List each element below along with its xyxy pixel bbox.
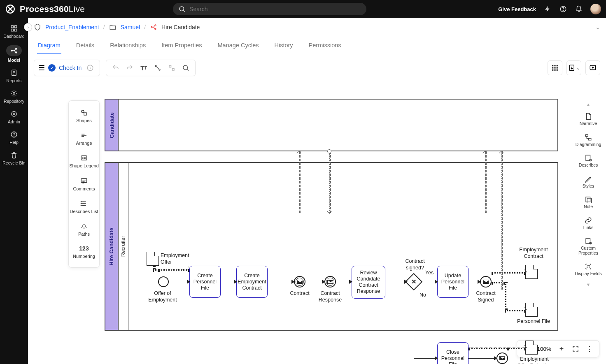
svg-rect-52 [587,265,590,268]
export-icon[interactable]: ⌄ [566,60,581,75]
help-icon[interactable] [559,5,567,13]
scroll-down-icon[interactable]: ▼ [586,281,591,289]
menu-icon[interactable]: ☰ [38,63,45,72]
tab-manage-cycles[interactable]: Manage Cycles [217,37,260,54]
palette-legend[interactable]: Shape Legend [69,150,99,173]
global-search[interactable] [173,3,366,15]
lightning-icon[interactable] [543,5,552,13]
task-close-personnel-file[interactable]: Close Personnel File [437,342,468,364]
task-create-personnel-file[interactable]: Create Personnel File [189,266,221,298]
checkin-button[interactable]: Check In [59,65,82,71]
rtool-note[interactable]: Note [574,192,603,213]
edit-tools-group: TT [106,60,196,76]
pool-header-candidate[interactable]: Candidate [105,100,119,151]
app-logo[interactable]: Process360Live [5,4,85,14]
tab-permissions[interactable]: Permissions [308,37,342,54]
bell-icon[interactable] [575,5,583,13]
palette-describes[interactable]: Describes List [69,196,99,218]
folder-icon [109,23,117,31]
svg-point-17 [151,26,152,28]
label-contract: Contract [285,290,315,297]
palette-paths[interactable]: Paths [69,218,99,241]
search-input[interactable] [189,6,361,12]
pool-hire-candidate[interactable]: Hire Candidate Recruiter Offer of Employ… [105,162,558,331]
task-update-personnel-file[interactable]: Update Personnel File [437,266,468,298]
redo-icon[interactable] [124,63,135,73]
label-no: No [417,292,429,299]
task-create-employment-contract[interactable]: Create Employment Contract [236,266,268,298]
diagram-icon [150,23,157,31]
svg-rect-39 [81,156,87,160]
palette-arrange[interactable]: Arrange [69,128,99,150]
breadcrumb: › Product_Enablement / Samuel / Hire Can… [28,18,606,36]
search-tool-icon[interactable] [180,63,191,73]
data-offer-rejection[interactable] [525,341,538,355]
info-icon[interactable] [85,63,96,73]
svg-rect-32 [552,70,553,71]
nav-admin[interactable]: Admin [2,108,26,127]
scroll-up-icon[interactable]: ▲ [586,100,591,109]
fullscreen-icon[interactable] [569,343,582,355]
connector-icon[interactable] [152,63,163,73]
pool-header-hire[interactable]: Hire Candidate [105,163,119,330]
rtool-styles[interactable]: Styles [574,172,603,192]
tab-details[interactable]: Details [75,37,95,54]
breadcrumb-link-folder[interactable]: Samuel [121,24,140,30]
add-comment-icon[interactable] [585,60,600,75]
more-icon[interactable]: ⋮ [583,343,596,355]
event-contract-response[interactable] [324,276,336,287]
give-feedback-link[interactable]: Give Feedback [498,6,536,12]
project-icon [34,23,41,31]
svg-point-37 [82,110,84,113]
undo-icon[interactable] [110,63,121,73]
grid-view-icon[interactable] [548,60,562,75]
rtool-narrative[interactable]: Narrative [574,109,603,130]
svg-point-14 [13,113,15,115]
rtool-display-fields[interactable]: Display Fields [574,260,603,280]
event-contract-signed[interactable] [480,276,492,287]
data-personnel-file[interactable] [525,303,538,317]
nav-repository[interactable]: Repository [2,87,26,106]
tab-diagram[interactable]: Diagram [37,37,61,54]
user-avatar[interactable] [590,4,601,14]
format-icon[interactable] [166,63,177,73]
gateway-signed[interactable] [405,273,422,290]
pool-candidate[interactable]: Candidate [105,99,558,151]
label-personnel-file: Personnel File [517,318,550,325]
palette-shapes[interactable]: Shapes [69,105,99,128]
palette-numbering[interactable]: 123Numbering [69,241,99,263]
collapse-sidebar-toggle[interactable]: › [24,23,32,31]
start-event-label: Offer of Employment [144,290,181,303]
text-icon[interactable]: TT [138,63,149,73]
task-review-response[interactable]: Review Candidate Contract Response [352,266,385,299]
diagram-toolbar: ☰ ✓ Check In TT ⌄ [28,55,606,81]
rtool-describes[interactable]: Describes [574,151,603,171]
nav-help[interactable]: Help [2,128,26,147]
label-contract-signed: Contract Signed [471,290,501,303]
svg-rect-4 [11,26,13,28]
lane-recruiter[interactable]: Recruiter [119,163,128,330]
tab-relationships[interactable]: Relationships [109,37,147,54]
tab-history[interactable]: History [273,37,294,54]
event-contract[interactable] [294,276,305,287]
data-employment-offer[interactable] [147,252,159,266]
diagram-canvas[interactable]: Candidate Hire Candidate Recruiter Offer… [105,99,571,329]
left-nav: Dashboard Model Reports Repository Admin… [0,18,28,364]
chevron-down-icon[interactable]: ⌄ [595,24,600,30]
start-event[interactable] [158,276,169,287]
breadcrumb-link-project[interactable]: Product_Enablement [45,24,99,30]
palette-comments[interactable]: Comments [69,173,99,196]
svg-point-22 [159,69,160,70]
nav-recycle[interactable]: Recycle Bin [2,149,26,168]
data-employment-contract[interactable] [525,265,538,279]
nav-dashboard[interactable]: Dashboard [2,22,26,41]
nav-reports[interactable]: Reports [2,67,26,86]
rtool-links[interactable]: Links [574,213,603,234]
rtool-diagramming[interactable]: Diagramming [574,130,603,151]
event-not-signed[interactable] [496,352,508,364]
tab-item-properties[interactable]: Item Properties [161,37,203,54]
svg-point-12 [13,93,15,95]
nav-model[interactable]: Model [2,43,26,65]
zoom-in-button[interactable]: + [555,343,568,355]
rtool-custom-props[interactable]: Custom Properties [574,234,603,259]
